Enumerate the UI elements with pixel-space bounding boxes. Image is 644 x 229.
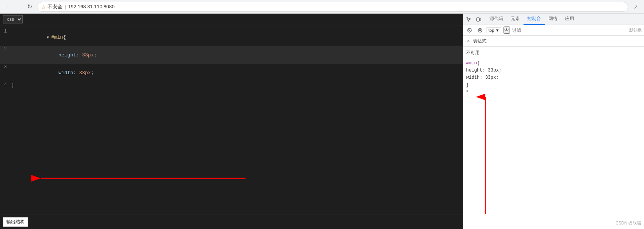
default-level-label: 默认级 [629,27,642,33]
devtools-brace-close: } [466,82,641,89]
address-bar[interactable]: △ 不安全 | 192.168.31.110:8080 [37,2,628,12]
reload-button[interactable]: ↻ [25,2,34,11]
code-area[interactable]: 1 ▼ #min{ 2 height: 33px; 3 width: 33px; [0,25,463,215]
value-width: 33px [79,70,91,76]
code-line-3: 3 width: 33px; [0,64,463,82]
code-editor-panel: css 1 ▼ #min{ 2 height: 33px; [0,14,463,229]
output-structure-button[interactable]: 输出结构 [3,217,28,227]
top-label: top [488,28,494,33]
expression-close-button[interactable]: × [466,37,471,45]
eye-button[interactable]: 👁 [503,26,510,34]
line-number-2: 2 [0,47,11,52]
code-line-4: 4 } [0,82,463,89]
code-line-1: 1 ▼ #min{ [0,28,463,46]
browser-window: ← → ↻ △ 不安全 | 192.168.31.110:8080 ↗ css … [0,0,644,229]
line-number-4: 4 [0,82,11,87]
selector-text: #min [51,34,63,40]
devtools-tabs: 源代码 元素 控制台 网络 应用 [463,14,644,25]
back-button[interactable]: ← [4,2,13,11]
watermark: CSDN @联瑞 [616,220,641,226]
devtools-code-block: #min{ height: 33px; width: 33px; } [466,60,641,89]
svg-rect-5 [480,19,481,21]
devtools-panel: 源代码 元素 控制台 网络 应用 [463,14,644,229]
tab-console[interactable]: 控制台 [524,14,545,25]
tab-application[interactable]: 应用 [561,14,578,25]
devtools-selector: #min [466,61,477,66]
devtools-property-height: height: 33px; [466,67,641,74]
forward-button[interactable]: → [14,2,23,11]
devtools-selector-line: #min{ [466,60,641,67]
tab-sources[interactable]: 源代码 [486,14,507,25]
unavailable-text: 不可用 [466,50,641,56]
top-frame-selector[interactable]: top ▼ [486,27,501,33]
brace-open: { [63,34,66,40]
filter-input[interactable] [512,28,627,33]
devtools-property-width: width: 33px; [466,74,641,81]
line-number-3: 3 [0,64,11,70]
expression-label: 表达式 [473,38,486,44]
browser-toolbar: ← → ↻ △ 不安全 | 192.168.31.110:8080 ↗ [0,0,644,14]
svg-rect-9 [479,30,481,31]
tab-network[interactable]: 网络 [545,14,561,25]
property-width: width [47,70,73,76]
devtools-content: 不可用 #min{ height: 33px; width: 33px; } > [463,47,644,229]
line-content-3: width: 33px; [11,64,94,81]
triangle-icon: ▼ [47,36,51,40]
line-content-2: height: 33px; [11,47,97,64]
clear-console-button[interactable] [465,26,474,34]
svg-line-7 [468,29,471,31]
address-text: 不安全 [48,3,62,10]
stop-button[interactable] [476,26,484,34]
line-content-4: } [11,82,14,88]
inspect-element-button[interactable] [465,15,473,23]
property-height: height [47,52,76,58]
dropdown-arrow: ▼ [495,28,499,33]
svg-rect-4 [477,18,479,21]
share-button[interactable]: ↗ [631,2,640,11]
device-toolbar-button[interactable] [474,15,483,23]
editor-footer: 输出结构 [0,215,463,229]
address-url: 192.168.31.110:8080 [68,4,114,9]
editor-toolbar: css [0,14,463,25]
security-warning-icon: △ [42,4,45,9]
expand-button[interactable]: > [466,89,641,93]
nav-buttons: ← → ↻ [4,2,34,11]
devtools-icon-buttons [465,15,483,23]
tab-elements[interactable]: 元素 [507,14,524,25]
expression-section-header: × 表达式 [463,36,644,47]
line-number-1: 1 [0,29,11,34]
address-separator: | [65,4,66,9]
code-line-2: 2 height: 33px; [0,46,463,64]
language-selector[interactable]: css [3,15,23,23]
page-wrapper: css 1 ▼ #min{ 2 height: 33px; [0,14,644,229]
line-content-1: ▼ #min{ [11,29,66,46]
value-height: 33px [82,52,94,58]
devtools-secondary-toolbar: top ▼ 👁 默认级 [463,25,644,36]
